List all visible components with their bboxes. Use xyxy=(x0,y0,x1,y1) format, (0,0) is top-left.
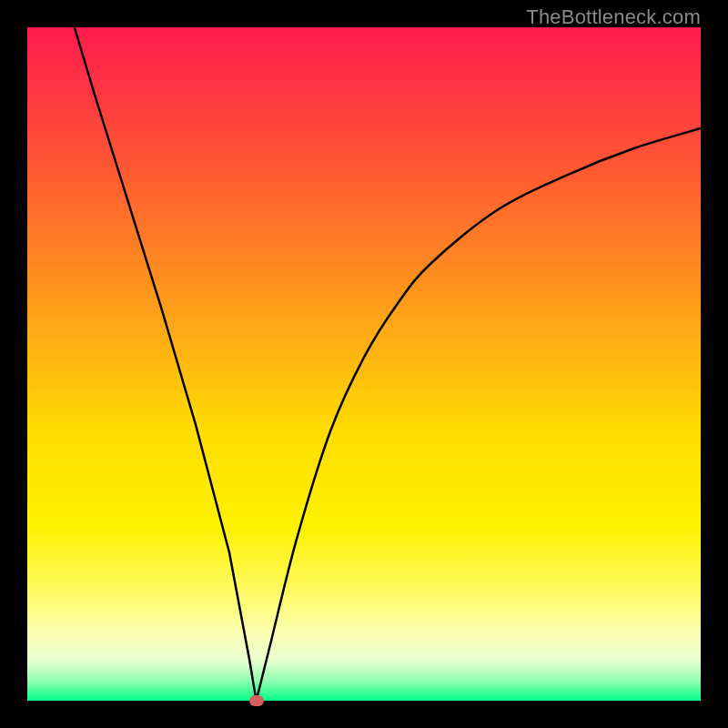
watermark-text: TheBottleneck.com xyxy=(526,5,701,29)
chart-frame: TheBottleneck.com xyxy=(0,0,728,728)
curve-right-branch xyxy=(257,128,701,701)
curve-left-branch xyxy=(75,27,257,701)
curve-layer xyxy=(27,27,701,701)
minimum-marker xyxy=(249,695,264,706)
